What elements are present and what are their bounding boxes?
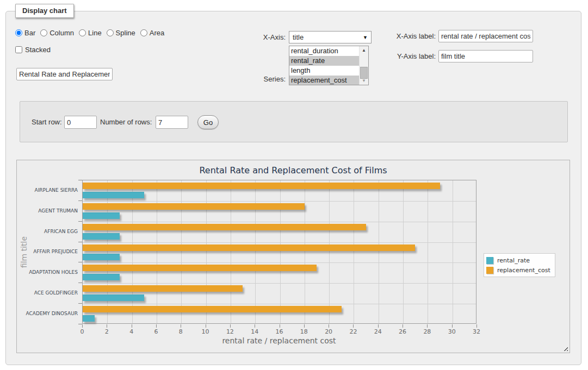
gridline bbox=[255, 180, 256, 323]
series-option-length[interactable]: length bbox=[289, 66, 359, 76]
chart-legend: rental_ratereplacement_cost bbox=[484, 253, 555, 277]
series-option-replacement_cost[interactable]: replacement_cost bbox=[289, 76, 359, 85]
rows-panel: Start row: Number of rows: Go bbox=[20, 101, 568, 142]
chevron-down-icon: ▼ bbox=[363, 35, 368, 40]
bar-rental_rate bbox=[83, 294, 144, 301]
y-axis-label-caption: Y-Axis label: bbox=[379, 52, 436, 60]
gridline bbox=[403, 180, 404, 323]
chart-type-radio-column[interactable] bbox=[40, 29, 47, 36]
x-tick-mark bbox=[156, 324, 157, 328]
series-option-rental_duration[interactable]: rental_duration bbox=[289, 46, 359, 56]
bar-replacement_cost bbox=[83, 224, 366, 230]
y-axis-label-input[interactable] bbox=[438, 50, 533, 62]
gridline bbox=[83, 283, 476, 284]
category-label: AFFAIR PREJUDICE bbox=[17, 242, 78, 262]
x-axis-selected-value: title bbox=[293, 33, 363, 41]
x-tick-label: 10 bbox=[195, 328, 216, 335]
gridline bbox=[107, 180, 108, 323]
gridline bbox=[206, 180, 207, 323]
chart-type-option-area[interactable]: Area bbox=[140, 29, 164, 37]
bar-replacement_cost bbox=[83, 285, 243, 292]
chart-type-radio-label: Spline bbox=[116, 29, 135, 37]
gridline bbox=[428, 180, 428, 323]
legend-row: replacement_cost bbox=[486, 265, 550, 275]
category-labels: AIRPLANE SIERRAAGENT TRUMANAFRICAN EGGAF… bbox=[17, 180, 78, 324]
x-tick-mark bbox=[378, 324, 379, 328]
fieldset-legend-title: Display chart bbox=[15, 4, 74, 18]
x-axis-select-label: X-Axis: bbox=[228, 33, 286, 41]
stacked-checkbox-group[interactable]: Stacked bbox=[15, 46, 51, 54]
gridline bbox=[305, 180, 305, 323]
gridline bbox=[83, 242, 476, 243]
chart-type-radio-area[interactable] bbox=[140, 29, 147, 36]
x-tick-mark bbox=[329, 324, 329, 328]
chart-type-option-spline[interactable]: Spline bbox=[107, 29, 135, 37]
x-tick-label: 22 bbox=[342, 328, 364, 335]
x-tick-label: 26 bbox=[392, 328, 413, 335]
chart-type-option-line[interactable]: Line bbox=[79, 29, 102, 37]
series-options: rental_durationrental_ratelengthreplacem… bbox=[289, 46, 359, 85]
chart-type-radio-label: Line bbox=[88, 29, 102, 37]
resize-grip-icon[interactable] bbox=[562, 345, 568, 351]
x-tick-label: 0 bbox=[71, 328, 93, 335]
num-rows-input[interactable] bbox=[156, 116, 188, 129]
chart-type-radio-bar[interactable] bbox=[15, 29, 22, 36]
bar-rental_rate bbox=[83, 254, 120, 260]
x-tick-label: 18 bbox=[293, 328, 315, 335]
gridline bbox=[83, 222, 476, 222]
chart-type-option-bar[interactable]: Bar bbox=[15, 29, 35, 37]
series-scrollbar[interactable]: ▲ ▼ bbox=[359, 46, 368, 85]
series-label: Series: bbox=[228, 75, 286, 83]
gridline bbox=[354, 180, 354, 323]
x-tick-label: 2 bbox=[96, 328, 117, 335]
gridline bbox=[379, 180, 379, 323]
x-axis-title: rental rate / replacement cost bbox=[170, 336, 388, 345]
category-label: AFRICAN EGG bbox=[17, 221, 78, 242]
x-tick-mark bbox=[82, 324, 83, 328]
x-tick-label: 24 bbox=[367, 328, 389, 335]
x-tick-mark bbox=[476, 324, 477, 328]
y-tick-mark bbox=[78, 303, 82, 304]
chart-type-option-column[interactable]: Column bbox=[40, 29, 74, 37]
x-tick-mark bbox=[304, 324, 305, 328]
series-multiselect[interactable]: rental_durationrental_ratelengthreplacem… bbox=[289, 46, 369, 85]
start-row-input[interactable] bbox=[64, 116, 97, 129]
go-button[interactable]: Go bbox=[197, 115, 219, 129]
gridline bbox=[83, 201, 476, 202]
y-tick-mark bbox=[78, 200, 82, 201]
chart-title-input[interactable] bbox=[16, 68, 113, 80]
x-tick-mark bbox=[452, 324, 453, 328]
chart-type-radio-label: Bar bbox=[24, 29, 35, 37]
x-axis-select[interactable]: title ▼ bbox=[289, 31, 372, 43]
category-label: ADAPTATION HOLES bbox=[17, 262, 78, 283]
x-tick-label: 8 bbox=[170, 328, 191, 335]
start-row-label: Start row: bbox=[32, 118, 62, 126]
x-tick-label: 6 bbox=[145, 328, 167, 335]
bar-replacement_cost bbox=[83, 183, 440, 189]
bar-replacement_cost bbox=[83, 203, 305, 210]
gridline bbox=[83, 304, 476, 304]
x-tick-label: 4 bbox=[121, 328, 143, 335]
x-tick-mark bbox=[206, 324, 206, 328]
x-axis-label-caption: X-Axis label: bbox=[379, 32, 436, 40]
y-tick-mark bbox=[78, 262, 82, 262]
scroll-up-icon[interactable]: ▲ bbox=[360, 46, 368, 54]
x-tick-mark bbox=[403, 324, 403, 328]
x-axis-label-input[interactable] bbox=[438, 30, 533, 42]
x-tick-label: 20 bbox=[318, 328, 339, 335]
category-label: AIRPLANE SIERRA bbox=[17, 180, 78, 200]
stacked-checkbox[interactable] bbox=[15, 46, 22, 53]
chart-type-radio-line[interactable] bbox=[79, 29, 86, 36]
x-tick-mark bbox=[132, 324, 132, 328]
plot-area bbox=[82, 180, 476, 324]
chart-type-radio-label: Area bbox=[150, 29, 164, 37]
category-label: ACADEMY DINOSAUR bbox=[17, 303, 78, 324]
scroll-down-icon[interactable]: ▼ bbox=[360, 77, 368, 85]
gridline bbox=[453, 180, 453, 323]
series-option-rental_rate[interactable]: rental_rate bbox=[289, 56, 359, 66]
x-tick-mark bbox=[181, 324, 181, 328]
chart-type-radio-spline[interactable] bbox=[107, 29, 114, 36]
gridline bbox=[83, 262, 476, 263]
category-label: ACE GOLDFINGER bbox=[17, 283, 78, 303]
gridline bbox=[132, 180, 133, 323]
